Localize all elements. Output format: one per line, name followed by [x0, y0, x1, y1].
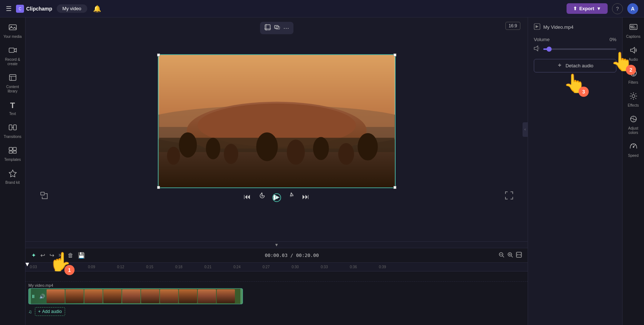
video-file-icon — [534, 23, 540, 31]
sidebar-item-adjust-colors[interactable]: Adjust colors — [624, 112, 643, 138]
sidebar-item-captions[interactable]: Captions — [624, 20, 643, 42]
clip-start-handle[interactable] — [29, 289, 31, 304]
forward-button[interactable]: 5 — [287, 192, 295, 202]
svg-line-66 — [635, 98, 636, 99]
delete-tool[interactable]: 🗑 — [68, 252, 73, 259]
text-label: Text — [9, 112, 16, 116]
add-audio-button[interactable]: + Add audio — [35, 307, 65, 316]
sidebar-item-filters[interactable]: Filters — [624, 66, 643, 88]
crop-tool-icon[interactable] — [264, 24, 271, 32]
record-label: Record & create — [3, 58, 22, 66]
collapse-panel-button[interactable]: ‹ — [523, 122, 528, 137]
topbar-right: ⬆ Export ▼ ? A — [567, 3, 638, 14]
clip-end-handle[interactable] — [240, 289, 243, 304]
volume-value: 0% — [609, 37, 616, 42]
svg-rect-19 — [275, 25, 278, 28]
more-options-icon[interactable]: ⋯ — [283, 25, 289, 32]
crop-preview-icon[interactable] — [40, 191, 48, 201]
zoom-out-button[interactable] — [499, 252, 504, 259]
panel-file-name: My Video.mp4 — [534, 23, 616, 31]
sidebar-item-your-media[interactable]: Your media — [2, 20, 24, 42]
topbar-left: ☰ C Clipchamp My video 🔔 — [6, 4, 101, 13]
fit-timeline-button[interactable] — [516, 252, 522, 259]
rewind-button[interactable]: 5 — [258, 192, 266, 202]
save-tool[interactable]: 💾 — [78, 252, 85, 259]
handle-bottom-left[interactable] — [157, 186, 160, 189]
transitions-label: Transitions — [4, 135, 21, 139]
preview-toolbar: ⋯ — [260, 22, 293, 34]
svg-rect-36 — [41, 192, 44, 195]
sidebar-item-speed[interactable]: Speed — [624, 139, 643, 161]
sidebar-item-transitions[interactable]: Transitions — [2, 120, 24, 142]
sidebar-item-record[interactable]: Record & create — [2, 43, 24, 69]
svg-marker-15 — [9, 170, 16, 177]
ruler-mark: 0:33 — [321, 265, 350, 269]
right-panel-content: My Video.mp4 Volume 0% — [528, 17, 622, 325]
export-button[interactable]: ⬆ Export ▼ — [567, 3, 608, 14]
text-icon: T — [10, 101, 15, 110]
resize-tool-icon[interactable] — [274, 24, 280, 32]
avatar[interactable]: A — [627, 3, 638, 14]
notification-icon[interactable]: 🔔 — [93, 5, 101, 13]
clip-filmstrip — [47, 289, 243, 304]
volume-slider[interactable] — [543, 48, 616, 50]
sidebar-item-brand-kit[interactable]: Brand kit — [2, 166, 24, 188]
cut-tool[interactable]: ✂ — [59, 252, 63, 259]
sidebar-item-audio[interactable]: Audio — [624, 43, 643, 65]
volume-thumb[interactable] — [547, 47, 552, 52]
rotate-handle[interactable]: ↻ — [272, 193, 281, 202]
timeline-collapse-row: ▼ — [25, 242, 528, 248]
zoom-controls — [499, 252, 522, 259]
redo-tool[interactable]: ↪ — [49, 252, 54, 259]
handle-top-left[interactable] — [157, 53, 160, 56]
svg-marker-50 — [534, 46, 538, 51]
svg-point-28 — [206, 138, 220, 159]
scene-svg — [159, 55, 395, 187]
svg-rect-2 — [9, 25, 16, 30]
fullscreen-button[interactable] — [505, 191, 513, 201]
hamburger-icon[interactable]: ☰ — [6, 5, 12, 13]
add-audio-label: Add audio — [42, 309, 62, 314]
detach-audio-label: Detach audio — [565, 63, 593, 68]
svg-line-74 — [635, 144, 636, 145]
captions-label: Captions — [626, 35, 640, 39]
export-chevron: ▼ — [596, 6, 601, 11]
timeline-collapse-icon[interactable]: ▼ — [275, 242, 279, 247]
svg-line-73 — [631, 144, 632, 145]
svg-point-59 — [631, 70, 636, 76]
record-icon — [9, 46, 17, 56]
help-button[interactable]: ? — [612, 3, 623, 14]
skip-to-start-button[interactable]: ⏮ — [244, 193, 251, 201]
video-clip[interactable]: ⏸ 🔊 — [28, 288, 243, 304]
undo-tool[interactable]: ↩ — [40, 252, 45, 259]
filmstrip-frame — [47, 289, 65, 303]
svg-point-30 — [313, 137, 329, 160]
sidebar-item-templates[interactable]: Templates — [2, 143, 24, 165]
filmstrip-frame — [141, 289, 159, 303]
sidebar-item-content[interactable]: Content library — [2, 71, 24, 96]
svg-line-68 — [631, 98, 631, 99]
zoom-in-button[interactable] — [507, 252, 513, 259]
svg-rect-5 — [9, 75, 16, 80]
detach-audio-button[interactable]: Detach audio — [534, 59, 616, 72]
sidebar-item-effects[interactable]: Effects — [624, 89, 643, 111]
skip-to-end-button[interactable]: ⏭ — [302, 193, 309, 201]
volume-mute-icon[interactable] — [534, 45, 540, 53]
clip-audio-icon[interactable]: 🔊 — [38, 294, 47, 299]
volume-section: Volume 0% — [534, 37, 616, 42]
filmstrip-frame — [160, 289, 178, 303]
content-library-icon — [9, 74, 17, 83]
project-name[interactable]: My video — [57, 4, 87, 13]
svg-rect-4 — [9, 48, 14, 52]
svg-rect-12 — [13, 147, 16, 150]
add-clip-tool[interactable]: ✦ — [31, 252, 36, 259]
svg-rect-13 — [9, 151, 12, 153]
music-icon: ♫ — [28, 309, 32, 314]
svg-text:5: 5 — [290, 194, 292, 198]
sidebar-item-text[interactable]: T Text — [2, 98, 24, 119]
handle-bottom-right[interactable] — [393, 186, 396, 189]
add-audio-plus-icon: + — [38, 309, 41, 314]
handle-top-right[interactable] — [393, 53, 396, 56]
timeline-tracks: My video.mp4 ⏸ 🔊 — [25, 272, 528, 325]
content-library-label: Content library — [3, 85, 22, 94]
